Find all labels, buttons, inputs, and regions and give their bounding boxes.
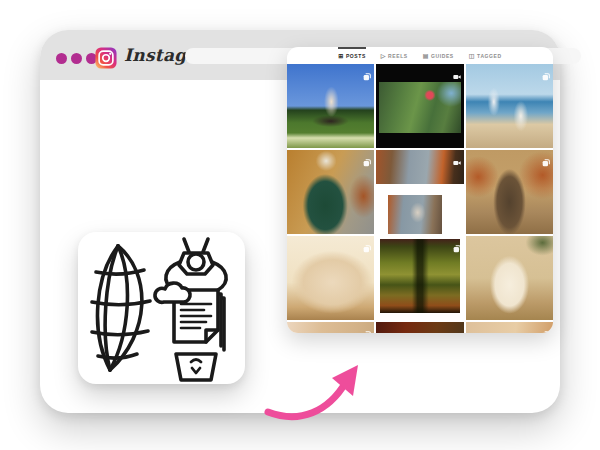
carousel-badge-icon — [363, 239, 371, 247]
browser-window: Instagram ⊞POSTS▷REELS▤GUIDES◫TAGGED — [40, 30, 560, 413]
globe-wireframe-icon — [92, 246, 150, 370]
tab-label: REELS — [388, 54, 408, 59]
instagram-logo-icon — [95, 47, 117, 69]
carousel-badge-icon — [363, 153, 371, 161]
window-dot[interactable] — [56, 53, 67, 64]
documents-cloud-icon — [155, 283, 224, 350]
tagged-icon: ◫ — [469, 53, 475, 59]
tab-reels[interactable]: ▷REELS — [381, 47, 408, 59]
profile-tabs: ⊞POSTS▷REELS▤GUIDES◫TAGGED — [287, 47, 553, 64]
tile-photo-frame — [379, 82, 461, 133]
post-tile-walking-video[interactable] — [376, 150, 463, 234]
post-tile-partial-cream[interactable] — [287, 322, 374, 333]
carousel-badge-icon — [542, 153, 550, 161]
post-tile-abstract-green[interactable] — [376, 236, 463, 320]
tab-guides[interactable]: ▤GUIDES — [423, 47, 454, 59]
reels-icon: ▷ — [381, 53, 386, 59]
tile-photo-frame — [380, 239, 459, 313]
video-badge-icon — [453, 153, 461, 161]
tile-photo-top — [376, 150, 463, 184]
video-badge-icon — [453, 67, 461, 75]
grid-icon: ⊞ — [338, 53, 344, 59]
photo-grid — [287, 64, 553, 333]
window-dot[interactable] — [71, 53, 82, 64]
instagram-profile-card: ⊞POSTS▷REELS▤GUIDES◫TAGGED — [287, 47, 553, 333]
post-tile-partial-warm[interactable] — [466, 322, 553, 333]
tab-tagged[interactable]: ◫TAGGED — [469, 47, 502, 59]
carousel-badge-icon — [363, 325, 371, 333]
tab-label: POSTS — [346, 54, 366, 59]
post-tile-white-blouse[interactable] — [466, 236, 553, 320]
window-control-dots — [56, 53, 97, 64]
carousel-badge-icon — [453, 239, 461, 247]
post-tile-two-women[interactable] — [287, 236, 374, 320]
carousel-badge-icon — [363, 67, 371, 75]
pink-arrow — [258, 358, 370, 430]
post-tile-lawn-video[interactable] — [376, 64, 463, 148]
tab-label: GUIDES — [431, 54, 454, 59]
post-tile-garden-kid[interactable] — [287, 64, 374, 148]
scraper-tools-card — [78, 232, 245, 384]
tile-photo-bottom — [388, 195, 442, 234]
carousel-badge-icon — [542, 67, 550, 75]
tab-label: TAGGED — [477, 54, 502, 59]
post-tile-green-shirt[interactable] — [287, 150, 374, 234]
carousel-badge-icon — [542, 325, 550, 333]
post-tile-long-coat[interactable] — [466, 150, 553, 234]
trash-bin-icon — [176, 354, 216, 380]
guides-icon: ▤ — [423, 53, 429, 59]
tab-posts[interactable]: ⊞POSTS — [338, 47, 366, 59]
post-tile-beach-kids[interactable] — [466, 64, 553, 148]
post-tile-partial-red[interactable] — [376, 322, 463, 333]
